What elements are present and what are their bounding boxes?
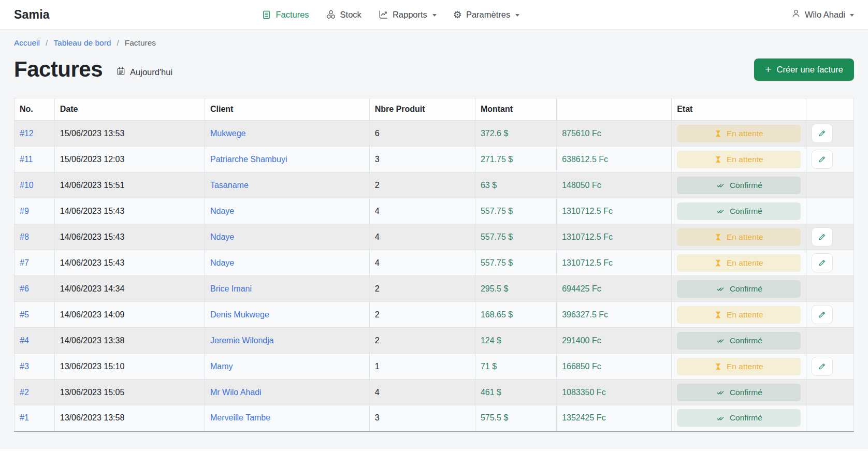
invoice-number-link[interactable]: #3 <box>20 362 29 371</box>
product-count: 2 <box>369 328 475 354</box>
nav-item-label: Stock <box>340 10 361 20</box>
nav-item-label: Rapports <box>393 10 427 20</box>
table-row: #12 15/06/2023 13:53 Mukwege 6 372.6 $ 8… <box>15 121 854 147</box>
double-check-icon <box>715 207 725 215</box>
invoice-number-link[interactable]: #9 <box>20 207 29 215</box>
amount-fc: 1083350 Fc <box>557 380 672 405</box>
plus-icon: + <box>765 64 771 75</box>
amount-fc: 291400 Fc <box>557 328 672 354</box>
invoice-date: 15/06/2023 12:03 <box>54 147 205 172</box>
client-link[interactable]: Ndaye <box>210 258 234 267</box>
amount-fc: 166850 Fc <box>557 354 672 380</box>
invoice-date: 14/06/2023 14:09 <box>54 302 205 328</box>
client-link[interactable]: Denis Mukwege <box>210 310 269 319</box>
nav-item-rapports[interactable]: Rapports <box>378 9 437 20</box>
client-link[interactable]: Merveille Tambe <box>210 413 270 422</box>
table-row: #10 14/06/2023 15:51 Tasaname 2 63 $ 148… <box>15 172 854 198</box>
invoice-number-link[interactable]: #10 <box>20 181 34 190</box>
user-icon <box>791 8 801 21</box>
invoice-date: 14/06/2023 15:51 <box>54 172 205 198</box>
header-state: Etat <box>672 98 806 121</box>
header-amount: Montant <box>475 98 556 121</box>
nav-item-parametres[interactable]: ⚙ Paramètres <box>453 10 519 20</box>
invoice-date: 13/06/2023 15:05 <box>54 380 205 405</box>
create-invoice-label: Créer une facture <box>777 65 843 75</box>
amount-usd: 557.75 $ <box>475 250 556 276</box>
invoices-table: No. Date Client Nbre Produit Montant Eta… <box>14 98 854 432</box>
breadcrumb-current: Factures <box>125 38 156 48</box>
header-product-count: Nbre Produit <box>369 98 475 121</box>
table-row: #3 13/06/2023 15:10 Mamy 1 71 $ 166850 F… <box>15 354 854 380</box>
status-badge: En attente <box>677 358 800 375</box>
date-filter[interactable]: Aujourd'hui <box>116 66 172 78</box>
table-row: #9 14/06/2023 15:43 Ndaye 4 557.75 $ 131… <box>15 198 854 224</box>
create-invoice-button[interactable]: + Créer une facture <box>754 59 854 81</box>
chevron-down-icon <box>432 14 437 17</box>
invoice-number-link[interactable]: #11 <box>20 155 33 164</box>
edit-button[interactable] <box>812 150 833 169</box>
invoice-number-link[interactable]: #4 <box>20 336 29 345</box>
amount-fc: 694425 Fc <box>557 276 672 302</box>
table-row: #2 13/06/2023 15:05 Mr Wilo Ahadi 4 461 … <box>15 380 854 405</box>
brand-logo[interactable]: Samia <box>14 8 50 22</box>
client-link[interactable]: Brice Imani <box>210 284 252 293</box>
edit-button[interactable] <box>812 357 833 376</box>
amount-fc: 875610 Fc <box>557 121 672 147</box>
table-row: #4 14/06/2023 13:38 Jeremie Wilondja 2 1… <box>15 328 854 354</box>
boxes-icon <box>326 9 336 20</box>
hourglass-icon <box>714 311 722 319</box>
page-content: Accueil / Tableau de bord / Factures Fac… <box>0 38 868 432</box>
invoice-number-link[interactable]: #7 <box>20 258 29 267</box>
status-badge: Confirmé <box>677 177 800 194</box>
amount-usd: 557.75 $ <box>475 224 556 250</box>
client-link[interactable]: Tasaname <box>210 181 249 190</box>
status-badge: En attente <box>677 228 800 246</box>
double-check-icon <box>715 181 725 189</box>
status-label: Confirmé <box>730 181 762 190</box>
double-check-icon <box>715 337 725 344</box>
header-actions <box>806 98 853 121</box>
page-header: Factures Aujourd'hui + Créer une facture <box>14 57 854 82</box>
status-badge: Confirmé <box>677 384 800 401</box>
edit-button[interactable] <box>812 253 833 272</box>
nav-item-label: Factures <box>276 10 309 20</box>
product-count: 4 <box>369 224 475 250</box>
edit-button[interactable] <box>812 305 833 324</box>
client-link[interactable]: Ndaye <box>210 232 234 241</box>
edit-button[interactable] <box>812 227 833 246</box>
client-link[interactable]: Mamy <box>210 362 233 371</box>
client-link[interactable]: Ndaye <box>210 207 234 215</box>
client-link[interactable]: Mukwege <box>210 129 245 138</box>
amount-usd: 557.75 $ <box>475 198 556 224</box>
breadcrumb-separator: / <box>46 38 48 48</box>
invoice-number-link[interactable]: #8 <box>20 232 29 241</box>
amount-usd: 295.5 $ <box>475 276 556 302</box>
amount-fc: 1352425 Fc <box>557 405 672 431</box>
amount-usd: 461 $ <box>475 380 556 405</box>
double-check-icon <box>715 388 725 396</box>
hourglass-icon <box>714 129 722 138</box>
invoice-number-link[interactable]: #2 <box>20 388 29 397</box>
breadcrumb-link-tableau-de-bord[interactable]: Tableau de bord <box>53 38 111 48</box>
client-link[interactable]: Mr Wilo Ahadi <box>210 388 262 397</box>
edit-button[interactable] <box>812 124 833 143</box>
double-check-icon <box>715 414 725 422</box>
product-count: 4 <box>369 380 475 405</box>
user-menu[interactable]: Wilo Ahadi <box>791 8 854 21</box>
hourglass-icon <box>714 233 722 241</box>
nav-item-stock[interactable]: Stock <box>326 9 361 20</box>
invoice-number-link[interactable]: #1 <box>20 413 29 422</box>
invoice-number-link[interactable]: #6 <box>20 284 29 293</box>
client-link[interactable]: Patriarche Shambuyi <box>210 155 287 164</box>
breadcrumb-link-accueil[interactable]: Accueil <box>14 38 40 48</box>
product-count: 2 <box>369 172 475 198</box>
invoice-number-link[interactable]: #12 <box>20 129 34 138</box>
invoice-date: 14/06/2023 15:43 <box>54 250 205 276</box>
nav-item-factures[interactable]: Factures <box>262 10 309 20</box>
invoice-date: 13/06/2023 15:10 <box>54 354 205 380</box>
client-link[interactable]: Jeremie Wilondja <box>210 336 274 345</box>
status-label: En attente <box>727 129 763 138</box>
status-label: Confirmé <box>730 413 762 423</box>
invoice-number-link[interactable]: #5 <box>20 310 29 319</box>
status-label: Confirmé <box>730 388 762 397</box>
